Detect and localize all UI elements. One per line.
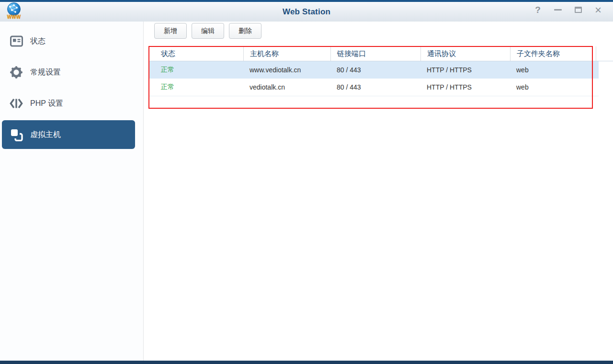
sidebar-item-status[interactable]: 状态 xyxy=(2,27,135,56)
sidebar-item-label: PHP 设置 xyxy=(30,99,63,109)
status-badge: 正常 xyxy=(149,61,243,79)
ports-cell: 80 / 443 xyxy=(330,61,420,79)
close-icon[interactable]: × xyxy=(594,5,602,15)
sidebar-item-label: 常规设置 xyxy=(30,68,61,78)
subfolder-cell: web xyxy=(510,61,596,79)
row-separator xyxy=(149,96,599,96)
column-header-ports[interactable]: 链接端口 xyxy=(330,46,420,61)
minimize-icon[interactable] xyxy=(554,5,562,15)
titlebar: Web Station xyxy=(0,2,613,22)
window-bottom-bar xyxy=(0,361,613,364)
hostname-cell: vediotalk.cn xyxy=(243,79,330,96)
window-title: Web Station xyxy=(0,7,613,17)
sidebar-item-general-settings[interactable]: 常规设置 xyxy=(2,58,135,87)
window-controls: ? × xyxy=(534,0,602,20)
protocols-cell: HTTP / HTTPS xyxy=(420,79,510,96)
subfolder-cell: web xyxy=(510,79,596,96)
status-badge: 正常 xyxy=(149,79,243,96)
ports-cell: 80 / 443 xyxy=(330,79,420,96)
column-header-filler xyxy=(596,46,613,61)
sidebar-item-virtual-host[interactable]: 虚拟主机 xyxy=(2,120,135,149)
column-header-status[interactable]: 状态 xyxy=(149,46,243,61)
maximize-icon[interactable] xyxy=(574,5,582,15)
sidebar-item-label: 虚拟主机 xyxy=(30,130,61,140)
protocols-cell: HTTP / HTTPS xyxy=(420,61,510,79)
sidebar-item-php-settings[interactable]: PHP 设置 xyxy=(2,89,135,118)
virtual-host-icon xyxy=(10,128,23,141)
delete-button[interactable]: 删除 xyxy=(229,23,261,39)
status-card-icon xyxy=(10,34,23,48)
column-header-protocols[interactable]: 通讯协议 xyxy=(420,46,510,61)
web-station-app-icon: WWW xyxy=(6,2,23,20)
help-icon[interactable]: ? xyxy=(534,5,542,15)
table-row[interactable]: 正常 www.vediotalk.cn 80 / 443 HTTP / HTTP… xyxy=(149,61,599,79)
table-header-row: 状态 主机名称 链接端口 通讯协议 子文件夹名称 xyxy=(149,46,613,61)
table-row[interactable]: 正常 vediotalk.cn 80 / 443 HTTP / HTTPS we… xyxy=(149,79,599,96)
sidebar: 状态 xyxy=(0,22,144,361)
hostname-cell: www.vediotalk.cn xyxy=(243,61,330,79)
column-header-hostname[interactable]: 主机名称 xyxy=(243,46,330,61)
virtual-host-table: 状态 主机名称 链接端口 通讯协议 子文件夹名称 正常 www.vediotal… xyxy=(149,46,613,96)
edit-button[interactable]: 编辑 xyxy=(192,23,224,39)
sidebar-item-label: 状态 xyxy=(30,36,45,46)
gear-icon xyxy=(10,66,23,79)
column-header-subfolder[interactable]: 子文件夹名称 xyxy=(510,46,596,61)
add-button[interactable]: 新增 xyxy=(154,23,187,39)
svg-text:WWW: WWW xyxy=(7,14,21,20)
toolbar: 新增 编辑 删除 xyxy=(154,23,261,39)
code-brackets-icon xyxy=(10,97,23,110)
